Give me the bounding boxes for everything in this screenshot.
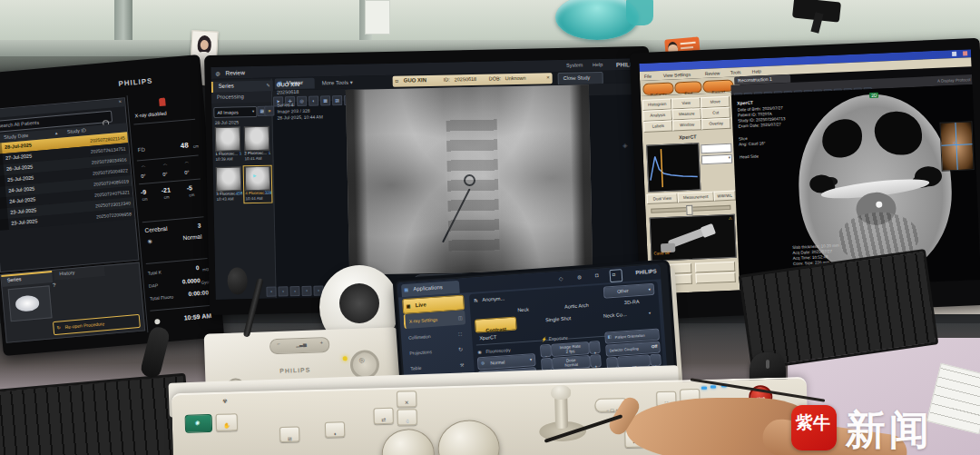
proc-aortic-arch[interactable]: Aortic Arch bbox=[564, 302, 589, 310]
help-bubble-icon[interactable]: ? bbox=[53, 282, 56, 288]
window-tool-icon[interactable]: ◐ bbox=[309, 96, 318, 106]
panel-bottom-button[interactable] bbox=[695, 262, 735, 273]
proc-xperct[interactable]: XperCT bbox=[479, 334, 496, 341]
orange-sticker-text-mark bbox=[681, 42, 696, 45]
crosshair-handle[interactable]: ◇ bbox=[953, 141, 956, 145]
nav-cube-icon[interactable]: ◇ bbox=[559, 275, 564, 282]
reopen-procedure-button[interactable]: Re-open Procedure ↻ bbox=[53, 314, 141, 335]
other-dropdown[interactable]: Other ▾ bbox=[603, 283, 655, 299]
menu-view-settings[interactable]: View Settings bbox=[663, 72, 691, 78]
minimize-icon[interactable] bbox=[952, 52, 956, 56]
tab-series[interactable]: Series bbox=[1, 271, 53, 287]
filmstrip-thumb[interactable]: ▫ bbox=[266, 287, 276, 297]
active-tool-box[interactable]: ◘ bbox=[609, 269, 622, 282]
orientation-thumbnail[interactable]: ◇ bbox=[939, 121, 974, 172]
user-icon[interactable]: ◘ bbox=[595, 272, 599, 278]
menu-review[interactable]: Review bbox=[705, 70, 720, 76]
end-button[interactable]: End bbox=[674, 81, 702, 94]
tab-measurement[interactable]: Measurement bbox=[678, 192, 714, 203]
dob-value: Unknown bbox=[505, 75, 526, 81]
series-thumb[interactable]: 2 Fluorosc... 10:41 AM 1 bbox=[243, 126, 271, 163]
slab-slider-track[interactable] bbox=[651, 205, 730, 213]
proc-neck-co[interactable]: Neck Co... bbox=[603, 312, 627, 319]
dose-plus[interactable]: + bbox=[590, 354, 602, 368]
joystick-cap[interactable] bbox=[551, 385, 571, 401]
patient-id: 20250618 bbox=[455, 76, 477, 83]
sinus-airspace bbox=[874, 111, 923, 156]
thumb-time: 10:39 AM bbox=[215, 157, 232, 162]
list-view-icon[interactable]: ≡ bbox=[264, 106, 274, 116]
layout-icon[interactable]: ▦ bbox=[320, 95, 330, 105]
series-thumb[interactable]: 1 Fluorosc... 10:39 AM 1 bbox=[214, 126, 242, 163]
patient-name-label: Anonym... bbox=[482, 295, 505, 302]
other-label: Other bbox=[617, 288, 629, 294]
col-study-date[interactable]: Study Date bbox=[4, 133, 29, 140]
banner-close-icon[interactable]: × bbox=[546, 74, 550, 80]
menu-tools[interactable]: Tools bbox=[730, 69, 741, 75]
zoom-tool-icon[interactable]: ◎ bbox=[297, 96, 307, 106]
chevron-down-icon: ▾ bbox=[649, 311, 652, 315]
rotary-dial[interactable] bbox=[437, 420, 501, 455]
rotary-dial[interactable] bbox=[381, 429, 435, 455]
patient-name: GUO XIN bbox=[404, 77, 426, 84]
angulation-label: Ang: Caud 16° bbox=[739, 141, 766, 146]
console-xfer-button[interactable]: ⇄ bbox=[373, 408, 393, 425]
zoom-plus[interactable]: + bbox=[650, 353, 662, 366]
fluoroscopy-image[interactable] bbox=[346, 84, 593, 275]
menu-help[interactable]: Help bbox=[752, 68, 762, 74]
console-button[interactable]: ♦ bbox=[325, 421, 345, 438]
close-icon[interactable]: × bbox=[118, 99, 122, 104]
patients-button[interactable]: Patients bbox=[642, 82, 674, 94]
acquisition-enable-button[interactable]: ◉ bbox=[185, 414, 213, 433]
close-icon[interactable] bbox=[963, 51, 967, 55]
export-button[interactable]: Export bbox=[702, 80, 734, 93]
totalk-label: Total K bbox=[147, 270, 162, 276]
all-images-dropdown[interactable]: All Images ▾ bbox=[213, 106, 257, 118]
stack-icon[interactable]: ▤ bbox=[332, 95, 342, 105]
panel-button-overlay[interactable]: Overlay bbox=[701, 118, 730, 130]
mouse-wheel[interactable] bbox=[766, 360, 769, 369]
panel-button-labels[interactable]: Labels bbox=[643, 121, 672, 133]
slider-thumb[interactable] bbox=[686, 205, 692, 215]
proc-3dra[interactable]: 3D-RA bbox=[624, 299, 640, 305]
series-thumb[interactable]: 3 Fluorosc... 10:43 AM 458 bbox=[215, 166, 243, 203]
histogram-plot bbox=[647, 143, 700, 191]
volume-up-icon[interactable]: + bbox=[319, 340, 323, 345]
console-button[interactable]: ✋ bbox=[216, 413, 238, 431]
tab-dual-view[interactable]: Dual View bbox=[647, 193, 678, 203]
brain-thumbnail[interactable]: ? bbox=[8, 285, 53, 321]
sidebar-item-xray-settings[interactable]: X-ray Settings ◫ bbox=[403, 310, 466, 329]
volume-down-icon[interactable]: − bbox=[277, 341, 280, 347]
settings-icon[interactable]: ⚙ bbox=[577, 273, 583, 280]
panel-tab-processing[interactable]: Processing bbox=[211, 92, 271, 104]
proc-single-shot[interactable]: Single Shot bbox=[545, 315, 571, 322]
pencil-icon[interactable]: ✎ bbox=[266, 83, 270, 88]
filmstrip-thumb[interactable]: ▫ bbox=[289, 286, 299, 296]
warning-icon: ⚠ bbox=[729, 216, 732, 221]
tab-review[interactable]: Review bbox=[225, 69, 244, 75]
menu-file[interactable]: File bbox=[644, 74, 652, 79]
panel-bottom-button[interactable] bbox=[695, 272, 735, 284]
fluoro-time-label: Total Fluoro bbox=[150, 293, 174, 301]
proc-neck[interactable]: Neck bbox=[517, 306, 529, 312]
program-value: 3 bbox=[197, 223, 201, 229]
volume-rocker[interactable]: − ▁▃▅ + bbox=[270, 337, 330, 354]
panel-button-window[interactable]: Window bbox=[672, 119, 701, 131]
menu-help[interactable]: Help bbox=[593, 62, 603, 67]
more-tools-menu[interactable]: More Tools ▾ bbox=[322, 79, 353, 86]
value-dropdown[interactable]: ▾ bbox=[701, 154, 732, 164]
filmstrip-thumb[interactable]: ▫ bbox=[278, 286, 288, 296]
tab-history[interactable]: History bbox=[54, 266, 105, 281]
tab-wwwl[interactable]: WW/WL bbox=[713, 191, 735, 202]
filmstrip-thumb[interactable]: ▫ bbox=[301, 286, 311, 296]
console-close-button[interactable]: ✕ bbox=[397, 391, 416, 408]
value-field[interactable] bbox=[701, 143, 731, 153]
console-person-button[interactable]: ☃ bbox=[397, 409, 417, 426]
image-rate-minus[interactable]: − bbox=[540, 344, 552, 358]
series-thumb-selected[interactable]: ▶ 4 Fluorosc... 10:44 AM 328 bbox=[244, 166, 272, 203]
col-study-id[interactable]: Study ID bbox=[67, 127, 87, 134]
console-button[interactable]: ▤ bbox=[279, 426, 299, 442]
menu-system[interactable]: System bbox=[566, 62, 583, 67]
image-rate-plus[interactable]: + bbox=[589, 341, 601, 354]
proc-contrast-selected[interactable]: Contrast bbox=[475, 316, 517, 332]
